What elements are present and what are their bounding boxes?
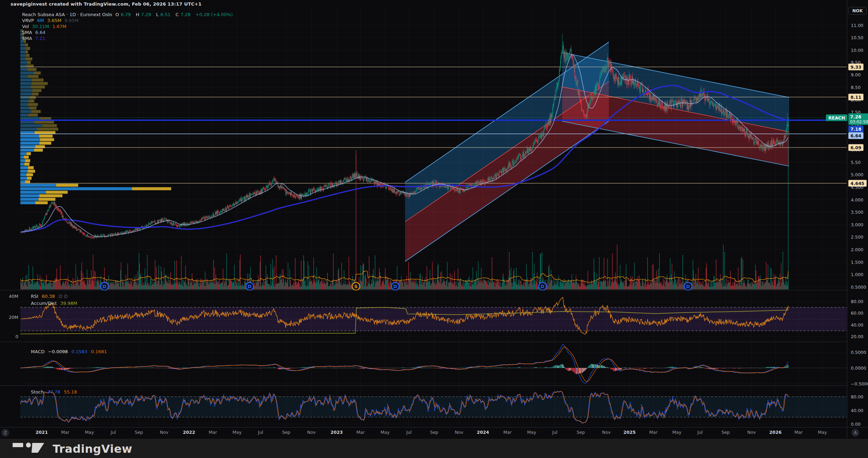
price-tick-label[interactable]: 11.00 [851,23,863,28]
symbol-name[interactable]: Reach Subsea ASA [22,12,65,17]
sma-price-label[interactable]: 6.64 [848,132,863,139]
time-tick-month[interactable]: Nov [747,430,756,435]
time-tick-month[interactable]: Mar [649,430,658,435]
accum-dist-scale-label[interactable]: 20M [3,315,18,320]
time-tick-month[interactable]: Mar [209,430,217,435]
price-tick-label[interactable]: 10.00 [851,48,863,53]
price-tick-label[interactable]: 1.000 [851,272,863,277]
symbol-row[interactable]: Reach Subsea ASA· 1D · Euronext Oslo O6.… [22,12,235,18]
time-tick-month[interactable]: Nov [307,430,316,435]
bar-countdown: 03:02:50 [850,119,868,124]
time-tick-year[interactable]: 2022 [183,430,195,435]
rsi-tick-label[interactable]: 60.00 [851,310,863,316]
time-tick-month[interactable]: May [672,430,681,435]
timezone-button[interactable]: Z [1,429,9,437]
rsi-tick-label[interactable]: 20.00 [851,334,863,339]
time-tick-month[interactable]: Jul [258,430,263,435]
volume-profile [20,29,171,204]
last-price-label[interactable]: 7.2803:02:50 [848,114,868,125]
level-price-label[interactable]: 4.645 [848,180,867,187]
split-marker[interactable]: S [352,282,360,290]
time-tick-year[interactable]: 2023 [331,430,343,435]
level-price-label[interactable]: 9.33 [848,64,863,70]
level-price-label[interactable]: 8.11 [848,94,863,101]
time-tick-year[interactable]: 2026 [769,430,782,435]
time-tick-month[interactable]: Mar [356,430,365,435]
auto-scale-button[interactable]: A [852,429,859,437]
accum-dist-legend[interactable]: Accum/Dist 39.98M [31,301,79,306]
dividend-marker[interactable]: D [539,282,546,290]
main-legend[interactable]: Reach Subsea ASA· 1D · Euronext Oslo O6.… [22,12,235,41]
price-tick-label[interactable]: 3.000 [851,222,863,227]
sma2-row[interactable]: SMA 7.21 [22,35,235,41]
time-tick-month[interactable]: May [233,430,242,435]
time-tick-month[interactable]: Sep [135,430,143,435]
rsi-legend[interactable]: RSI 60.38 ∅ ∅ [31,294,70,299]
time-tick-month[interactable]: Mar [794,430,803,435]
price-tick-label[interactable]: 9.00 [851,72,861,77]
time-tick-month[interactable]: May [818,430,827,435]
time-tick-year[interactable]: 2024 [477,430,489,435]
accum-dist-scale-label[interactable]: 40M [3,294,18,299]
time-tick-month[interactable]: Jul [697,430,702,435]
stoch-legend[interactable]: Stoch 77.78 55.18 [31,389,79,395]
chart-canvas[interactable]: DDSDDD [0,0,868,458]
stoch-tick-label[interactable]: 40.00 [851,408,863,413]
sma1-row[interactable]: SMA 6.64 [22,29,235,35]
vol-row[interactable]: Vol 30.11M 1.67M [22,23,235,29]
time-tick-month[interactable]: Sep [721,430,730,435]
price-tick-label[interactable]: 1.500 [851,260,863,265]
time-tick-month[interactable]: Sep [577,430,585,435]
rsi-tick-label[interactable]: 40.00 [851,322,863,328]
time-tick-month[interactable]: Jul [552,430,557,435]
time-tick-month[interactable]: May [85,430,94,435]
price-tick-label[interactable]: 5.50 [851,160,861,165]
stoch-tick-label[interactable]: 80.00 [851,394,863,399]
currency-toggle-button[interactable]: NOK [848,7,867,15]
accum-dist-scale-label[interactable]: 0 [3,334,18,339]
dividend-marker[interactable]: D [101,282,108,290]
stoch-label: Stoch [31,389,44,395]
time-tick-month[interactable]: May [527,430,536,435]
price-tick-label[interactable]: 0.5000 [851,285,866,290]
macd-legend[interactable]: MACD −0.0098 0.1583 0.1681 [31,349,109,354]
time-tick-month[interactable]: Nov [160,430,168,435]
tradingview-logo-icon[interactable] [12,441,58,455]
dividend-marker[interactable]: D [246,282,254,290]
sma1-label: SMA [22,30,32,35]
vrvp-row[interactable]: VRVP 6M 3.65M 9.65M [22,18,235,23]
price-scale[interactable]: 11.0010.5010.009.509.008.508.007.507.006… [847,0,868,438]
price-tick-label[interactable]: 3.500 [851,210,863,215]
sma-price-label[interactable]: 7.18 [848,126,863,132]
vol-ma-value: 1.67M [52,24,66,29]
time-tick-month[interactable]: Sep [282,430,290,435]
price-tick-label[interactable]: 2.500 [851,234,863,240]
tradingview-brand-text[interactable]: TradingView [53,442,132,456]
time-tick-month[interactable]: Mar [503,430,512,435]
macd-tick-label[interactable]: 0.0000 [851,365,866,371]
time-tick-month[interactable]: Sep [430,430,438,435]
price-tick-label[interactable]: 8.50 [851,85,861,90]
price-tick-label[interactable]: 4.000 [851,197,863,203]
time-tick-month[interactable]: Nov [602,430,611,435]
time-tick-year[interactable]: 2025 [624,430,636,435]
time-tick-month[interactable]: Mar [61,430,69,435]
macd-tick-label[interactable]: 0.5000 [851,350,866,355]
rsi-tick-label[interactable]: 80.00 [851,299,863,304]
price-tick-label[interactable]: 10.50 [851,35,863,40]
level-price-label[interactable]: 6.09 [848,144,863,151]
time-tick-month[interactable]: May [381,430,390,435]
dividend-marker[interactable]: D [684,282,692,290]
price-tick-label[interactable]: 5.000 [851,172,863,177]
price-tick-label[interactable]: 2.000 [851,247,863,252]
stoch-tick-label[interactable]: 0.00 [851,422,861,427]
time-tick-year[interactable]: 2021 [36,430,48,435]
svg-text:D: D [248,284,252,289]
time-tick-month[interactable]: Jul [406,430,411,435]
time-axis[interactable]: Z A 2021MarMayJulSepNov2022MarMayJulSepN… [0,427,868,439]
time-tick-month[interactable]: Nov [455,430,463,435]
macd-tick-label[interactable]: −0.5000 [851,381,868,387]
dividend-marker[interactable]: D [391,282,399,290]
change-value: +0.28 (+4.00%) [196,12,233,17]
time-tick-month[interactable]: Jul [110,430,116,435]
